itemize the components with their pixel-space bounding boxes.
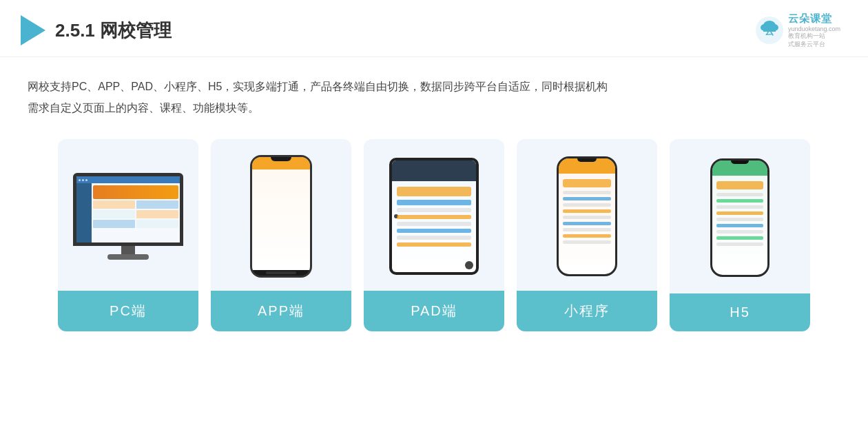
cloud-icon: 云 [755,16,784,45]
card-image-h5 [670,139,810,293]
card-image-miniapp [517,139,657,291]
phone-screen-app [252,157,310,270]
card-pc: PC端 [58,139,198,331]
page-header: 2.5.1 网校管理 云 云朵课堂 yunduoketang.com 教育机构一… [0,0,868,57]
miniphone-mockup [557,156,617,276]
brand-text-group: 云朵课堂 yunduoketang.com 教育机构一站式服务云平台 [788,12,840,48]
phone-notch-app [271,157,291,161]
cards-container: PC端 APP端 [0,132,868,352]
tablet-screen [392,161,476,272]
card-image-pad [364,139,504,291]
brand-tagline: 教育机构一站式服务云平台 [788,32,840,48]
miniphone-notch [577,158,597,162]
monitor-screen [76,176,180,242]
h5phone-notch [731,161,749,164]
header-left: 2.5.1 网校管理 [21,15,172,45]
card-label-pc: PC端 [58,291,198,331]
card-pad: PAD端 [364,139,504,331]
monitor-body [73,173,183,246]
pc-monitor [70,173,187,260]
h5phone-screen [712,161,767,275]
brand-name: 云朵课堂 [788,12,840,25]
arrow-icon [21,15,45,45]
brand-url: yunduoketang.com [788,25,840,32]
card-label-miniapp: 小程序 [517,291,657,331]
description-line2: 需求自定义页面上的内容、课程、功能模块等。 [28,98,840,118]
svg-rect-5 [763,28,776,32]
tablet-mockup [389,158,479,275]
miniphone-screen [559,158,615,274]
card-image-pc [58,139,198,291]
card-label-h5: H5 [670,293,810,331]
phone-mockup-app [250,155,312,278]
card-h5: H5 [670,139,810,331]
page-title: 2.5.1 网校管理 [55,19,172,43]
h5phone-mockup [710,158,769,277]
card-miniapp: 小程序 [517,139,657,331]
card-label-app: APP端 [211,291,351,331]
card-image-app [211,139,351,291]
description-line1: 网校支持PC、APP、PAD、小程序、H5，实现多端打通，产品各终端自由切换，数… [28,76,840,97]
description-block: 网校支持PC、APP、PAD、小程序、H5，实现多端打通，产品各终端自由切换，数… [0,57,868,132]
card-app: APP端 [211,139,351,331]
card-label-pad: PAD端 [364,291,504,331]
brand-logo: 云 云朵课堂 yunduoketang.com 教育机构一站式服务云平台 [755,12,840,48]
